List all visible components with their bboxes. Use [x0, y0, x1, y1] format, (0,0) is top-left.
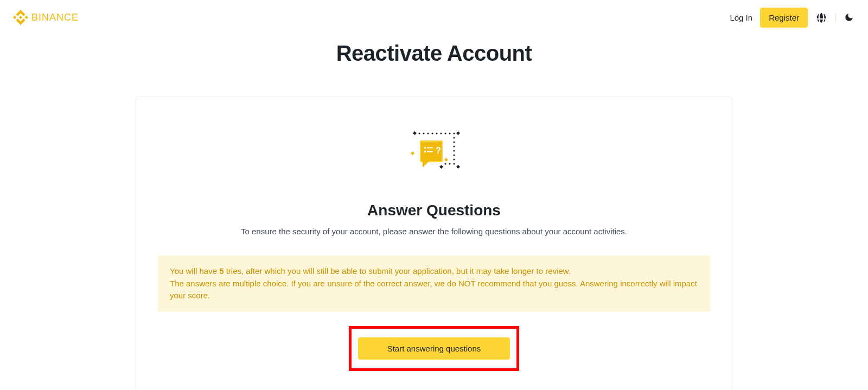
svg-rect-21: [439, 165, 443, 169]
header: BINANCE Log In Register: [0, 0, 868, 35]
svg-point-4: [436, 132, 437, 134]
svg-point-16: [449, 163, 450, 164]
svg-rect-22: [411, 151, 414, 155]
main-card: ? Answer Questions To ensure the securit…: [136, 96, 732, 390]
brand-name: BINANCE: [31, 12, 79, 23]
warning-line2: The answers are multiple choice. If you …: [170, 279, 697, 301]
svg-point-10: [453, 141, 455, 143]
svg-point-11: [453, 145, 455, 147]
svg-rect-20: [456, 165, 460, 169]
svg-rect-28: [427, 148, 433, 149]
warning-line1-pre: You will have: [170, 266, 219, 276]
svg-rect-18: [413, 131, 417, 135]
svg-point-1: [423, 132, 424, 134]
card-heading: Answer Questions: [158, 202, 710, 219]
svg-point-9: [453, 137, 455, 138]
svg-text:?: ?: [436, 146, 441, 155]
svg-rect-19: [456, 131, 460, 135]
svg-point-2: [427, 132, 429, 134]
warning-line1-post: tries, after which you will still be abl…: [224, 266, 571, 276]
svg-point-13: [453, 154, 455, 156]
svg-rect-29: [424, 151, 426, 152]
warning-box: You will have 5 tries, after which you w…: [158, 255, 710, 312]
svg-point-12: [453, 150, 455, 151]
svg-point-15: [453, 163, 455, 164]
svg-rect-27: [424, 147, 426, 149]
svg-point-14: [453, 158, 455, 160]
page-title: Reactivate Account: [0, 41, 868, 66]
svg-point-7: [449, 132, 450, 134]
svg-point-17: [444, 163, 446, 164]
svg-point-3: [431, 132, 433, 134]
card-description: To ensure the security of your account, …: [158, 227, 710, 236]
start-answering-button[interactable]: Start answering questions: [358, 337, 510, 360]
svg-point-6: [444, 132, 446, 134]
svg-point-0: [418, 132, 420, 134]
warning-tries-count: 5: [219, 266, 224, 276]
binance-logo-icon: [13, 10, 28, 25]
svg-rect-30: [427, 151, 433, 152]
header-actions: Log In Register: [730, 8, 855, 28]
login-link[interactable]: Log In: [730, 13, 752, 22]
highlight-box: Start answering questions: [349, 326, 519, 371]
brand-logo[interactable]: BINANCE: [13, 10, 79, 25]
divider: [835, 13, 835, 22]
theme-toggle-icon[interactable]: [843, 11, 855, 23]
svg-point-5: [440, 132, 442, 134]
svg-marker-26: [423, 161, 429, 168]
questions-illustration-icon: ?: [404, 127, 464, 181]
language-icon[interactable]: [815, 11, 827, 23]
svg-point-8: [453, 132, 455, 134]
register-button[interactable]: Register: [760, 8, 808, 28]
svg-rect-23: [444, 158, 448, 162]
